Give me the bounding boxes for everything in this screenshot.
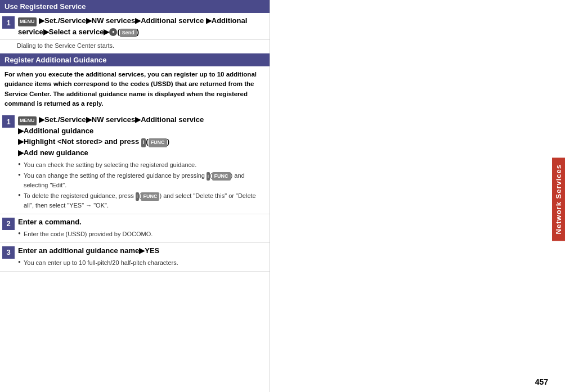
section1-header: Use Registered Service (0, 0, 270, 13)
step1-number: 1 (2, 16, 15, 29)
bullet-2: You can change the setting of the regist… (18, 171, 265, 190)
send-button: Send (120, 29, 137, 38)
func-btn-1: FUNC (149, 138, 167, 147)
section2-step3: 3 Enter an additional guidance name▶YES … (0, 243, 270, 272)
func-btn-2: FUNC (212, 172, 231, 181)
network-services-tab: Network Services (552, 157, 565, 241)
menu-icon-2: MENU (18, 116, 37, 125)
step2-1-instruction: MENU ▶Set./Service▶NW services▶Additiona… (18, 114, 265, 158)
section2-header: Register Additional Guidance (0, 53, 270, 66)
section2-description: For when you execute the additional serv… (0, 66, 270, 112)
section2-step2: 2 Enter a command. Enter the code (USSD)… (0, 214, 270, 243)
menu-icon: MENU (18, 17, 37, 26)
step2-3-bullet: You can enter up to 10 full-pitch/20 hal… (18, 258, 265, 268)
step2-1-number: 1 (2, 115, 15, 128)
step2-3-content: Enter an additional guidance name▶YES Yo… (18, 245, 265, 269)
circle-button: ● (109, 28, 117, 36)
right-sidebar: Network Services (270, 0, 565, 392)
func-btn-3: FUNC (141, 192, 159, 201)
step2-2-instruction: Enter a command. (18, 217, 265, 228)
step2-2-content: Enter a command. Enter the code (USSD) p… (18, 217, 265, 240)
section2: Register Additional Guidance For when yo… (0, 53, 270, 272)
step2-1-content: MENU ▶Set./Service▶NW services▶Additiona… (18, 114, 265, 211)
step2-2-number: 2 (2, 218, 15, 230)
dialing-note: Dialing to the Service Center starts. (0, 40, 270, 52)
step2-2-bullet: Enter the code (USSD) provided by DOCOMO… (18, 229, 265, 239)
bullet-1: You can check the setting by selecting t… (18, 160, 265, 170)
step1-content: MENU ▶Set./Service▶NW services▶Additiona… (18, 15, 265, 37)
step2-2-note: Enter the code (USSD) provided by DOCOMO… (18, 229, 265, 239)
page-number: 457 (535, 377, 548, 386)
step2-1-bullets: You can check the setting by selecting t… (18, 160, 265, 210)
bullet-3: To delete the registered guidance, press… (18, 191, 265, 210)
step1-instruction: MENU ▶Set./Service▶NW services▶Additiona… (18, 15, 265, 37)
main-content: Use Registered Service 1 MENU ▶Set./Serv… (0, 0, 270, 392)
step2-3-instruction: Enter an additional guidance name▶YES (18, 245, 265, 256)
section1-step1: 1 MENU ▶Set./Service▶NW services▶Additio… (0, 13, 270, 40)
step2-3-number: 3 (2, 246, 15, 259)
section2-step1: 1 MENU ▶Set./Service▶NW services▶Additio… (0, 112, 270, 214)
step2-3-note: You can enter up to 10 full-pitch/20 hal… (18, 258, 265, 268)
